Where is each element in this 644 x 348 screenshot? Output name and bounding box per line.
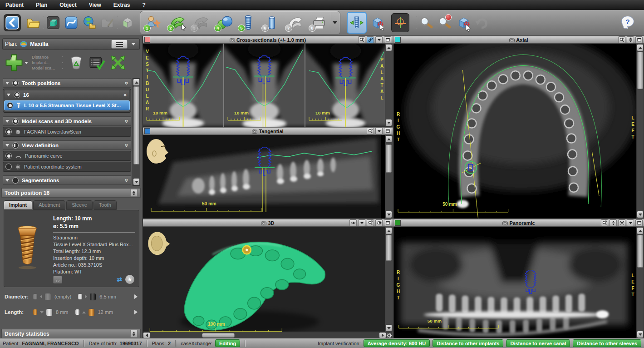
tab-sleeve[interactable]: Sleeve bbox=[66, 200, 93, 210]
tree-header-view-definition[interactable]: View definition » bbox=[3, 140, 131, 150]
reset-zoom-icon[interactable] bbox=[358, 36, 365, 43]
swap-arrows-icon[interactable]: ⇄ bbox=[117, 276, 122, 283]
tree-header-segmentations[interactable]: Segmentations » bbox=[3, 175, 131, 185]
visibility-radio[interactable] bbox=[5, 164, 12, 170]
help-button[interactable]: ? bbox=[621, 16, 635, 30]
move-volume-tool[interactable] bbox=[457, 13, 472, 32]
plan-menu-button[interactable] bbox=[111, 40, 128, 49]
maximize-icon[interactable] bbox=[384, 128, 391, 134]
tree-scrollbar[interactable] bbox=[133, 78, 140, 186]
distribute-button[interactable] bbox=[109, 54, 127, 71]
average-density-button[interactable]: Average density: 600 HU bbox=[364, 339, 430, 347]
casexchange-status-badge[interactable]: Editing bbox=[215, 339, 240, 347]
scroll-up-button[interactable] bbox=[386, 228, 392, 234]
favorite-star-icon[interactable]: ★ bbox=[125, 275, 134, 284]
export-button[interactable] bbox=[82, 13, 97, 32]
maximize-icon[interactable] bbox=[384, 36, 391, 43]
scrollbar-thumb[interactable] bbox=[386, 235, 392, 261]
panoramic-scrollbar[interactable] bbox=[636, 227, 644, 338]
step-model-alignment[interactable]: 4 bbox=[213, 12, 236, 33]
collapse-chevrons-icon[interactable]: » bbox=[123, 93, 128, 96]
plan-selector-bar[interactable]: Plan: Maxilla bbox=[2, 38, 140, 50]
reset-zoom-icon[interactable] bbox=[601, 219, 608, 226]
scrollbar-thumb[interactable] bbox=[386, 144, 392, 173]
scroll-down-button[interactable] bbox=[386, 211, 392, 218]
visibility-radio[interactable] bbox=[14, 92, 20, 98]
step-sleeve[interactable]: 6 bbox=[260, 12, 284, 33]
expand-triangle-icon[interactable] bbox=[5, 179, 9, 182]
plan-dropdown[interactable] bbox=[130, 43, 137, 45]
cross-sectionals-viewport[interactable]: 10 mm VESTIBULAR bbox=[143, 44, 393, 127]
menu-extras[interactable]: Extras bbox=[113, 2, 130, 8]
dropdown-icon[interactable] bbox=[358, 219, 365, 226]
cross-scrollbar[interactable] bbox=[385, 44, 393, 127]
visibility-radio[interactable] bbox=[12, 80, 19, 86]
workflow-dropdown[interactable] bbox=[331, 12, 338, 33]
cross-slice-3[interactable]: 10 mm PALATAL bbox=[305, 44, 386, 127]
scroll-up-button[interactable] bbox=[133, 79, 139, 85]
distance-sleeves-button[interactable]: Distance to other sleeves bbox=[573, 339, 641, 347]
implant-tree-item-selected[interactable]: L 10 ø 5.5 Straumann Tissue Level X St..… bbox=[4, 100, 130, 110]
axial-header[interactable]: Axial bbox=[393, 36, 644, 44]
visibility-radio[interactable] bbox=[12, 118, 19, 124]
visibility-eye-icon[interactable] bbox=[349, 219, 357, 226]
reset-zoom-icon[interactable] bbox=[367, 128, 374, 134]
visibility-radio[interactable] bbox=[5, 129, 12, 135]
tangential-header[interactable]: Tangential bbox=[143, 128, 393, 135]
menu-plan[interactable]: Plan bbox=[36, 2, 47, 8]
dropdown-icon[interactable] bbox=[627, 219, 634, 226]
viewport-settings-button[interactable] bbox=[386, 332, 393, 338]
menu-object[interactable]: Object bbox=[59, 2, 76, 8]
collapse-chevrons-icon[interactable]: » bbox=[125, 81, 129, 85]
distance-nerve-button[interactable]: Distance to nerve canal bbox=[506, 339, 570, 347]
step-implant[interactable]: 5 bbox=[236, 12, 260, 33]
scroll-down-button[interactable] bbox=[637, 211, 643, 218]
scroll-left-button[interactable] bbox=[143, 333, 150, 338]
model-scan-item[interactable]: FAGNANI LowerJawScan bbox=[3, 127, 131, 137]
threed-viewport[interactable]: 100 mm bbox=[143, 227, 393, 338]
scrollbar-thumb[interactable] bbox=[202, 333, 235, 338]
scroll-right-button[interactable] bbox=[379, 333, 386, 338]
patient-coordinate-item[interactable]: Patient coordinate system bbox=[3, 162, 131, 172]
threed-header[interactable]: 3D bbox=[143, 219, 393, 227]
panoramic-header[interactable]: Panoramic bbox=[393, 219, 644, 227]
collapse-chevrons-icon[interactable]: » bbox=[125, 119, 129, 123]
scroll-down-button[interactable] bbox=[637, 331, 643, 338]
cross-slice-2[interactable]: 10 mm bbox=[224, 44, 305, 127]
tooth-position-bar[interactable]: Tooth position 16 bbox=[1, 188, 141, 198]
diameter-larger-option[interactable]: 6.5 mm bbox=[78, 293, 116, 301]
diameter-smaller-option[interactable]: (empty) bbox=[33, 293, 71, 301]
link-views-icon[interactable] bbox=[367, 36, 374, 43]
align-view-tool[interactable] bbox=[370, 13, 386, 32]
visibility-radio[interactable] bbox=[7, 102, 13, 109]
density-statistics-bar[interactable]: Density statistics bbox=[1, 329, 141, 338]
expand-triangle-icon[interactable] bbox=[5, 144, 9, 147]
scroll-up-button[interactable] bbox=[637, 45, 643, 51]
more-options-arrow[interactable] bbox=[134, 310, 138, 314]
length-shorter-option[interactable]: 8 mm bbox=[33, 308, 69, 316]
add-option-distance[interactable]: Distance bbox=[32, 55, 60, 60]
threed-hscrollbar[interactable] bbox=[143, 332, 386, 338]
slice-divide-icon[interactable] bbox=[610, 219, 617, 226]
back-button[interactable] bbox=[4, 14, 21, 31]
maximize-icon[interactable] bbox=[635, 36, 643, 43]
scroll-down-button[interactable] bbox=[386, 119, 392, 126]
curve-tool-button[interactable] bbox=[64, 13, 79, 32]
maximize-icon[interactable] bbox=[384, 219, 391, 226]
expand-triangle-icon[interactable] bbox=[7, 94, 10, 96]
expand-triangle-icon[interactable] bbox=[5, 82, 9, 85]
segmentation-cube-button[interactable] bbox=[120, 13, 135, 32]
delete-object-button[interactable] bbox=[67, 54, 85, 71]
step-panoramic-curve[interactable]: 2 bbox=[166, 12, 189, 33]
visibility-radio[interactable] bbox=[12, 177, 19, 184]
tree-header-model-scans[interactable]: Model scans and 3D models » bbox=[3, 116, 131, 126]
tab-implant[interactable]: Implant bbox=[4, 200, 32, 210]
visibility-radio[interactable] bbox=[12, 142, 19, 149]
scroll-down-button[interactable] bbox=[386, 325, 392, 331]
add-object-button[interactable] bbox=[5, 53, 28, 72]
tree-header-tooth-positions[interactable]: Tooth positions » bbox=[3, 78, 131, 88]
tab-tooth[interactable]: Tooth bbox=[93, 200, 117, 210]
collapse-chevrons-icon[interactable]: » bbox=[125, 144, 129, 147]
tree-header-tooth-16[interactable]: 16 » bbox=[4, 90, 130, 99]
brightness-icon[interactable] bbox=[618, 219, 625, 226]
